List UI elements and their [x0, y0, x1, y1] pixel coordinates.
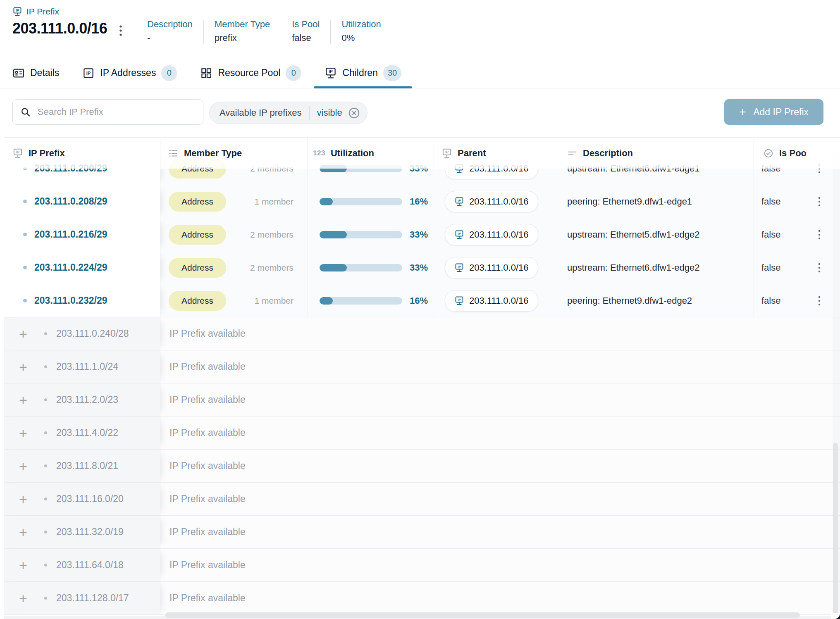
add-available-prefix-button[interactable]: +: [18, 360, 29, 374]
member-type-cell: Address1 member: [160, 185, 308, 218]
available-label: IP Prefix available: [169, 559, 246, 571]
utilization-cell: 33%: [308, 251, 434, 284]
description-text: peering: Ethernet9.dfw1-edge1: [567, 196, 692, 207]
vertical-scrollbar-thumb[interactable]: [833, 443, 838, 615]
available-label-cell: IP Prefix available: [160, 317, 833, 350]
search-icon: [20, 106, 31, 118]
kebab-icon: [119, 24, 123, 37]
tab-count-badge: 0: [286, 65, 301, 81]
is-pool-value: false: [761, 229, 780, 240]
add-available-prefix-button[interactable]: +: [18, 327, 29, 341]
ip-prefix-cell: +203.111.16.0/20: [4, 483, 160, 515]
search-input[interactable]: [37, 106, 196, 118]
ip-prefix-link[interactable]: 203.111.0.216/29: [34, 229, 107, 240]
available-label: IP Prefix available: [169, 427, 246, 438]
column-header-is-pool[interactable]: Is Pool: [754, 138, 806, 169]
available-label-cell: IP Prefix available: [160, 450, 833, 482]
description-text: peering: Ethernet9.dfw1-edge2: [567, 295, 692, 306]
horizontal-scrollbar-thumb[interactable]: [165, 612, 800, 618]
filter-chip-divider: [309, 106, 310, 120]
member-type-cell: Address2 members: [160, 218, 308, 251]
add-ip-prefix-button[interactable]: + Add IP Prefix: [724, 99, 823, 125]
is-pool-cell: false: [754, 218, 806, 251]
tab-children[interactable]: IP Children 30: [313, 58, 413, 88]
column-header-description[interactable]: Description: [555, 138, 754, 169]
available-label-cell: IP Prefix available: [160, 582, 833, 614]
add-available-prefix-button[interactable]: +: [18, 393, 29, 407]
tab-resource-pool[interactable]: Resource Pool 0: [189, 58, 313, 88]
ip-prefix-link[interactable]: 203.111.0.232/29: [34, 295, 107, 306]
object-type-label: IP IP Prefix: [12, 7, 59, 17]
table-row: 203.111.0.216/29Address2 members33%IP203…: [4, 218, 840, 251]
x-circle-icon: [348, 107, 360, 119]
bullet-dot: [44, 597, 47, 600]
available-prefix-text: 203.111.8.0/21: [56, 460, 118, 471]
tab-ip-addresses[interactable]: IP IP Addresses 0: [71, 58, 189, 88]
column-header-actions: [806, 138, 833, 169]
resource-pool-icon: [200, 67, 212, 79]
table-row: 203.111.0.208/29Address1 member16%IP203.…: [4, 185, 840, 218]
bullet-dot: [44, 398, 47, 401]
plus-icon: +: [739, 106, 747, 118]
add-available-prefix-button[interactable]: +: [18, 492, 29, 506]
add-available-prefix-button[interactable]: +: [18, 558, 29, 572]
ip-prefix-link[interactable]: 203.111.0.224/29: [34, 262, 107, 273]
parent-link[interactable]: IP203.111.0.0/16: [445, 191, 538, 212]
scroll-gutter: [833, 350, 840, 383]
member-type-badge: Address: [169, 192, 226, 212]
parent-link[interactable]: IP203.111.0.0/16: [445, 224, 538, 245]
bullet-dot: [23, 266, 27, 269]
member-type-cell: Address1 member: [160, 284, 308, 317]
bullet-dot: [44, 498, 47, 500]
bullet-dot: [44, 464, 47, 467]
summary-fields: Description - Member Type prefix Is Pool…: [147, 19, 381, 44]
ip-prefix-cell: +203.111.4.0/22: [4, 417, 160, 449]
ip-prefix-cell: 203.111.0.208/29: [4, 185, 160, 218]
utilization-bar-fill: [320, 297, 333, 305]
available-prefix-row: +203.111.32.0/19IP Prefix available: [4, 516, 840, 549]
bullet-dot: [44, 431, 47, 434]
available-label: IP Prefix available: [169, 493, 246, 505]
title-menu-button[interactable]: [117, 22, 124, 40]
filter-remove-button[interactable]: [348, 107, 360, 119]
row-menu-button[interactable]: [815, 194, 823, 210]
parent-prefix-text: 203.111.0.0/16: [469, 262, 529, 273]
available-label-cell: IP Prefix available: [160, 383, 833, 416]
row-menu-button[interactable]: [815, 260, 823, 276]
scroll-gutter: [833, 383, 840, 416]
table-row: 203.111.0.232/29Address1 member16%IP203.…: [4, 284, 840, 317]
is-pool-value: false: [761, 295, 780, 306]
parent-link[interactable]: IP203.111.0.0/16: [445, 290, 538, 312]
available-label: IP Prefix available: [169, 593, 246, 604]
column-header-member-type[interactable]: Member Type: [160, 138, 308, 169]
search-box: [12, 99, 203, 125]
tab-details[interactable]: Details: [1, 58, 71, 88]
field-description: Description -: [147, 19, 193, 43]
parent-link[interactable]: IP203.111.0.0/16: [445, 257, 538, 279]
available-prefix-text: 203.111.1.0/24: [56, 361, 118, 372]
column-header-utilization[interactable]: 123 Utilization: [308, 138, 434, 169]
page-left-border: [4, 0, 4, 616]
add-available-prefix-button[interactable]: +: [18, 591, 29, 605]
description-cell: upstream: Ethernet5.dfw1-edge2: [555, 218, 754, 251]
scroll-gutter: [833, 251, 840, 284]
available-prefix-row: +203.111.4.0/22IP Prefix available: [4, 417, 840, 450]
description-text: upstream: Ethernet6.dfw1-edge2: [567, 262, 699, 273]
children-table: 203.111.0.200/29Address2 members33%IP203…: [4, 137, 840, 616]
available-prefix-text: 203.111.16.0/20: [56, 493, 124, 505]
available-prefix-text: 203.111.128.0/17: [56, 593, 129, 604]
tab-count-badge: 30: [383, 65, 401, 81]
ip-prefix-icon: IP: [12, 148, 23, 159]
ip-prefix-cell: 203.111.0.224/29: [4, 251, 160, 284]
ip-prefix-link[interactable]: 203.111.0.208/29: [34, 196, 107, 207]
actions-cell: [806, 218, 833, 251]
add-available-prefix-button[interactable]: +: [18, 426, 29, 440]
available-prefix-text: 203.111.0.240/28: [56, 328, 129, 339]
row-menu-button[interactable]: [815, 227, 823, 243]
column-header-parent[interactable]: IP Parent: [434, 138, 555, 169]
column-header-ip-prefix[interactable]: IP IP Prefix: [4, 138, 160, 169]
row-menu-button[interactable]: [815, 293, 823, 309]
add-available-prefix-button[interactable]: +: [18, 459, 29, 473]
parent-cell: IP203.111.0.0/16: [434, 284, 555, 317]
add-available-prefix-button[interactable]: +: [18, 525, 29, 539]
